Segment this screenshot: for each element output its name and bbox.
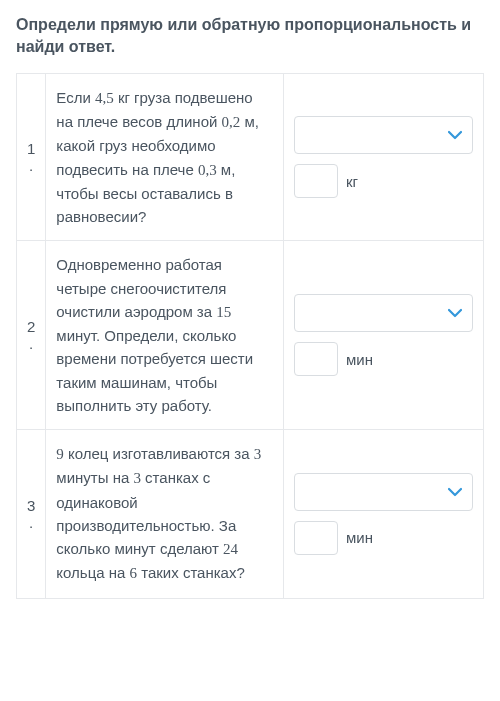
unit-label: мин [346,529,373,546]
table-row: 2. Одновременно работая четыре снегоочис… [17,241,484,430]
proportion-select[interactable] [294,116,473,154]
question-number: 2. [17,241,46,430]
answer-cell: мин [284,430,484,599]
proportion-select[interactable] [294,294,473,332]
table-row: 1. Если 4,5 кг груза подвешено на плече … [17,73,484,241]
answer-cell: кг [284,73,484,241]
chevron-down-icon [448,484,462,500]
question-text: Если 4,5 кг груза подвешено на плече вес… [46,73,284,241]
chevron-down-icon [448,127,462,143]
question-text: Одновременно работая четыре снегоочистит… [46,241,284,430]
question-text: 9 колец изготавливаются за 3 минуты на 3… [46,430,284,599]
question-number: 1. [17,73,46,241]
answer-input[interactable] [294,164,338,198]
page-title: Определи прямую или обратную пропорциона… [16,14,484,59]
chevron-down-icon [448,305,462,321]
answer-input[interactable] [294,342,338,376]
answer-input[interactable] [294,521,338,555]
unit-label: мин [346,351,373,368]
answer-cell: мин [284,241,484,430]
unit-label: кг [346,173,358,190]
proportion-select[interactable] [294,473,473,511]
table-row: 3. 9 колец изготавливаются за 3 минуты н… [17,430,484,599]
questions-table: 1. Если 4,5 кг груза подвешено на плече … [16,73,484,599]
question-number: 3. [17,430,46,599]
